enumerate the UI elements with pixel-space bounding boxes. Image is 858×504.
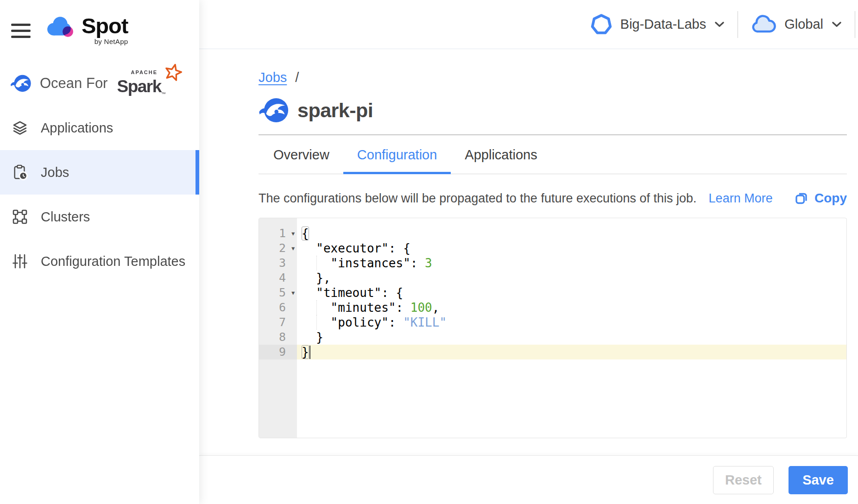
sidebar-item-label: Jobs	[41, 165, 69, 180]
editor-padding	[259, 218, 846, 226]
ocean-wave-icon	[259, 96, 289, 124]
sidebar-item-applications[interactable]: Applications	[0, 106, 199, 150]
code-editor[interactable]: 1▾{2▾ "executor": {3 "instances": 34 },5…	[259, 218, 847, 438]
sidebar-item-jobs[interactable]: Jobs	[0, 150, 199, 195]
code-line-content[interactable]: {	[297, 226, 846, 241]
code-line-content[interactable]: "policy": "KILL"	[297, 315, 846, 330]
line-number[interactable]: 6	[259, 300, 297, 315]
fold-arrow-icon[interactable]: ▾	[290, 226, 296, 241]
divider	[738, 11, 738, 38]
spark-word: Spark	[117, 77, 161, 96]
footer-bar: Reset Save	[199, 455, 858, 504]
scope-name: Global	[784, 17, 823, 32]
spot-logo: Spot by NetApp	[45, 16, 128, 45]
copy-label: Copy	[814, 191, 847, 206]
save-button[interactable]: Save	[789, 466, 848, 494]
layers-icon	[12, 120, 28, 136]
line-number[interactable]: 4	[259, 271, 297, 285]
sidebar-nav: Applications Jobs	[0, 106, 199, 284]
clusters-icon	[12, 208, 28, 225]
spot-cloud-icon	[45, 16, 75, 39]
learn-more-link[interactable]: Learn More	[709, 191, 773, 206]
editor-line[interactable]: 7 "policy": "KILL"	[259, 315, 846, 330]
sidebar-item-label: Clusters	[41, 209, 90, 225]
trademark: ™	[161, 91, 166, 96]
editor-line[interactable]: 4 },	[259, 271, 846, 285]
tab-applications[interactable]: Applications	[451, 135, 551, 174]
line-number[interactable]: 3	[259, 256, 297, 271]
cloud-icon	[751, 15, 776, 34]
line-number[interactable]: 7	[259, 315, 297, 330]
sidebar-item-label: Configuration Templates	[41, 254, 185, 269]
code-line-content[interactable]: }	[297, 345, 846, 359]
editor-line[interactable]: 1▾{	[259, 226, 846, 241]
menu-icon[interactable]	[11, 24, 31, 38]
line-number[interactable]: 5▾	[259, 285, 297, 300]
editor-line[interactable]: 5▾ "timeout": {	[259, 285, 846, 300]
ocean-wave-icon	[10, 74, 32, 93]
org-selector[interactable]: Big-Data-Labs	[591, 14, 725, 35]
gutter	[259, 218, 297, 226]
editor-line[interactable]: 9}	[259, 345, 846, 359]
spark-logo: APACHE Spark™	[117, 70, 175, 96]
gutter	[259, 359, 297, 438]
fold-arrow-icon[interactable]: ▾	[290, 241, 296, 256]
sidebar-item-configuration-templates[interactable]: Configuration Templates	[0, 239, 199, 284]
main-content: Jobs / spark-pi Overview Configuration A…	[199, 49, 858, 455]
editor-line[interactable]: 2▾ "executor": {	[259, 241, 846, 256]
chevron-down-icon	[832, 21, 842, 27]
line-number[interactable]: 9	[259, 345, 297, 359]
top-bar: Big-Data-Labs Global	[199, 0, 858, 49]
code-line-content[interactable]: "minutes": 100,	[297, 300, 846, 315]
line-number[interactable]: 8	[259, 330, 297, 345]
product-name: Ocean For	[40, 75, 107, 92]
editor-line[interactable]: 8 }	[259, 330, 846, 345]
sidebar-item-clusters[interactable]: Clusters	[0, 195, 199, 239]
product-brand: Ocean For APACHE Spark™	[0, 70, 199, 96]
editor-line[interactable]: 6 "minutes": 100,	[259, 300, 846, 315]
fold-arrow-icon[interactable]: ▾	[290, 285, 296, 300]
brand-name: Spot	[82, 16, 128, 36]
sidebar: Spot by NetApp Ocean For APACHE Spark™	[0, 0, 199, 504]
editor-filler[interactable]	[259, 359, 846, 438]
org-name: Big-Data-Labs	[620, 17, 706, 32]
editor-line[interactable]: 3 "instances": 3	[259, 256, 846, 271]
sidebar-item-label: Applications	[41, 120, 113, 136]
page-title: spark-pi	[297, 99, 373, 122]
code-line-content[interactable]: }	[297, 330, 846, 345]
apache-label: APACHE	[131, 69, 158, 75]
tab-bar: Overview Configuration Applications	[259, 135, 847, 174]
breadcrumb: Jobs /	[259, 70, 847, 85]
copy-button[interactable]: Copy	[794, 191, 847, 206]
chevron-down-icon	[714, 21, 725, 27]
heptagon-icon	[591, 14, 612, 35]
breadcrumb-link-jobs[interactable]: Jobs	[259, 70, 287, 85]
description-text: The configurations below will be propaga…	[259, 191, 697, 206]
reset-button[interactable]: Reset	[713, 466, 774, 494]
scope-selector[interactable]: Global	[751, 15, 842, 34]
code-line-content[interactable]: "executor": {	[297, 241, 846, 256]
breadcrumb-separator: /	[295, 70, 299, 85]
line-number[interactable]: 2▾	[259, 241, 297, 256]
text-cursor	[309, 346, 311, 359]
apache-star-icon	[162, 61, 184, 83]
tab-overview[interactable]: Overview	[259, 135, 343, 174]
line-number[interactable]: 1▾	[259, 226, 297, 241]
code-line-content[interactable]: "instances": 3	[297, 256, 846, 271]
brand-byline: by NetApp	[95, 38, 128, 45]
tab-configuration[interactable]: Configuration	[343, 135, 451, 174]
copy-icon	[794, 191, 809, 206]
sliders-icon	[12, 253, 28, 270]
code-line-content[interactable]: },	[297, 271, 846, 285]
divider	[855, 11, 855, 38]
clipboard-clock-icon	[12, 164, 28, 181]
code-line-content[interactable]: "timeout": {	[297, 285, 846, 300]
